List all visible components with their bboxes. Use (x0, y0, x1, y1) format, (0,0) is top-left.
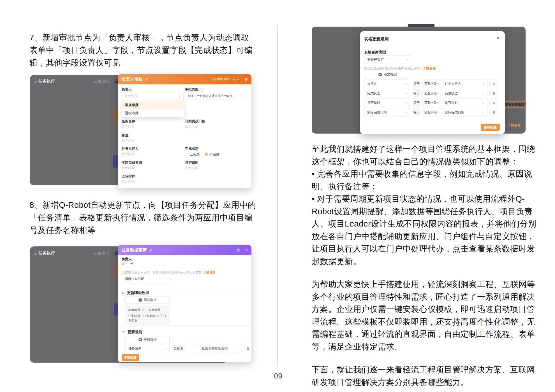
delete-rule-button[interactable] (489, 99, 498, 107)
paragraph: 下面，就让我们逐一来看轻流工程项目管理解决方案、互联网研发项目管理解决方案分别具… (312, 363, 536, 388)
node-type-select[interactable]: 节点类型 审批节点 ∨ (211, 77, 239, 81)
back-chevron-icon: ‹ (34, 251, 36, 255)
update-config-button[interactable]: 更新配置 (481, 124, 500, 131)
back-label: 任务执行 (38, 251, 55, 256)
match-value-select[interactable]: 完成状态∨ (442, 89, 487, 97)
edit-icon[interactable] (149, 248, 152, 252)
node-type-label: 节点类型 (211, 77, 223, 81)
chevron-down-icon: ∨ (482, 92, 484, 95)
learn-more-link[interactable]: 了解更多 (423, 66, 436, 70)
swap-icon[interactable]: ⇄ (122, 261, 125, 266)
delete-node-icon[interactable] (237, 248, 240, 252)
operator-chip: 等于 (413, 89, 420, 97)
filter-condition-1: 项目编号等于项目编号 (128, 308, 167, 312)
learn-more-link[interactable]: 了解更多 (507, 123, 521, 127)
owner-dropdown-menu: 常规审批 逐级审批 (122, 101, 184, 117)
match-mode-select[interactable]: 匹配字段∨ (422, 108, 441, 116)
add-rule-button[interactable]: + 添加规则 (125, 336, 170, 343)
match-mode-select[interactable]: 匹配字段∨ (422, 89, 441, 97)
learn-more-link[interactable]: 了解更多 (203, 270, 216, 274)
chevron-down-icon: ∨ (405, 82, 407, 85)
rule-field-select[interactable]: 是否超时∨ (364, 99, 410, 107)
rule-field-select[interactable]: 任务清单 ∨ (125, 345, 170, 352)
field-overtime-label: 是否超时 (185, 160, 198, 165)
edit-icon[interactable] (145, 78, 148, 81)
close-icon[interactable]: × (496, 35, 499, 41)
chevron-down-icon: ∨ (405, 101, 407, 104)
field-plan-date-value: 暂无内容 (185, 125, 198, 129)
owner-select-value: 常规审批 (125, 94, 138, 98)
operator-chip: 等于 (413, 99, 420, 107)
field-executor-value: 暂无内容 (122, 152, 135, 156)
match-mode-select[interactable]: 匹配字段∨ (422, 99, 441, 107)
delete-rule-button[interactable] (489, 89, 498, 97)
bullet-item: • 完善各应用中需要收集的信息字段，例如完成情况、原因说明、执行备注等； (312, 168, 536, 193)
match-value-select[interactable]: 实际完成日期∨ (442, 108, 487, 116)
chevron-down-icon: ∨ (165, 347, 166, 350)
update-config-button[interactable]: 更新配置 (122, 354, 139, 361)
delete-rule-button[interactable] (489, 80, 498, 88)
field-actual-date-label: 实际完成日期 (122, 160, 142, 165)
operator-chip: 等于 (413, 80, 420, 88)
back-button[interactable]: ‹ 任务执行 (34, 251, 55, 256)
right-column-text: 至此我们就搭建好了这样一个项目管理系统的基本框架，围绕这个框架，你也可以结合自己… (312, 143, 536, 388)
rule-field-select[interactable]: 完成状态∨ (364, 89, 410, 97)
delete-rule-button[interactable] (244, 345, 252, 352)
owner-label: 负责人 (122, 257, 132, 262)
menu-item-level-approval[interactable]: 逐级审批 (122, 109, 184, 117)
field-task-name-label: 任务名称 (122, 119, 135, 124)
chevron-down-icon: ∨ (437, 92, 439, 95)
screenshot-table-update-rules: 表格更新规则 数据了解更多 表格更新规则 × 表格更新类型 更新已有行 ∨ 根据… (312, 24, 527, 137)
tab-form-design[interactable]: 表单设计 (93, 251, 110, 256)
node-helper-text: 当数据到达该节点时，将自动更新所选目标应用内已有数据了解更多 (122, 270, 216, 274)
delete-node-icon[interactable] (244, 78, 248, 81)
filter-conditions-box: 项目编号等于项目编号 任务清单 · 任务名称等于任务名称 (125, 305, 170, 325)
back-button[interactable]: ‹ 任务执行 (34, 79, 55, 84)
plus-icon: + (138, 338, 142, 341)
filter-data-button[interactable]: + 筛选数据 (125, 297, 170, 304)
approve-type-select[interactable]: 或签（一名负责人通过或拒绝即可） ∨ (185, 92, 247, 100)
match-value-select[interactable]: 是否超时∨ (442, 99, 487, 107)
document-page: 09 7、新增审批节点为「负责人审核」，节点负责人为动态调取表单中「项目负责人」… (0, 0, 555, 392)
flow-node-pill-indigo (113, 155, 118, 168)
chevron-down-icon: ∨ (482, 82, 484, 85)
chevron-down-icon: ∨ (437, 82, 439, 85)
match-value-select[interactable]: 任务执行人∨ (442, 80, 487, 88)
tab-form-design[interactable]: 表单设计 (93, 79, 110, 84)
paragraph: 为帮助大家更快上手搭建使用，轻流深刻洞察工程、互联网等多个行业的项目管理特性和需… (312, 278, 536, 353)
field-overtime-value: 暂无内容 (185, 166, 198, 170)
radio-undone[interactable] (205, 153, 208, 156)
field-upload-label: 上传附件 (122, 174, 135, 179)
match-mode-select[interactable]: 匹配字段∨ (422, 80, 441, 88)
rule-field-select[interactable]: 实际完成日期∨ (364, 108, 410, 116)
rule-field-select[interactable]: 执行人∨ (364, 80, 410, 88)
plus-icon: + (138, 298, 142, 302)
owner-label: 负责人 (122, 87, 132, 92)
paragraph: 至此我们就搭建好了这样一个项目管理系统的基本框架，围绕这个框架，你也可以结合自己… (312, 143, 536, 168)
chevron-down-icon: ∨ (242, 95, 244, 98)
plus-icon: + (378, 73, 382, 76)
add-rule-button[interactable]: + 添加规则 (364, 71, 411, 78)
configure-table-update-rule-button[interactable]: 配置表格更新规则 (187, 345, 242, 352)
close-icon[interactable]: × (246, 248, 248, 252)
tab-clipped: 流 (115, 251, 118, 256)
field-remark-label: 备注 (122, 133, 128, 138)
screenshot-data-update-node: ‹ 任务执行 表单设计 流 任务数据更新 × 负责人 (30, 245, 254, 365)
update-type-select[interactable]: 更新已有行 ∨ (364, 55, 411, 64)
chevron-down-icon: ∨ (437, 101, 439, 104)
radio-done[interactable] (185, 153, 188, 156)
approve-type-label: 审批类型? (185, 87, 204, 92)
bullet-item: • 对于需要周期更新项目状态的情况，也可以使用流程外Q-Robot设置周期提醒、… (312, 193, 536, 267)
highlighted-table-update-rule-chip[interactable]: 表格更新规则 (503, 101, 526, 108)
section-divider (118, 326, 251, 326)
refresh-icon: ↻ (122, 291, 125, 295)
chevron-down-icon: ∨ (169, 277, 171, 281)
target-app-select[interactable]: 项目任务分配 ∨ (122, 275, 174, 283)
owner-select[interactable]: 常规审批 ∨ (122, 92, 184, 100)
rule-update-to-label: 更新为 (172, 345, 185, 352)
delete-rule-button[interactable] (489, 108, 498, 116)
menu-item-regular-approval[interactable]: 常规审批 (122, 101, 184, 109)
data-update-dialog: 任务数据更新 × 负责人 ⇄ 当数据到达该节点时，将自动更新所选目标应用内已 (118, 245, 251, 362)
send-icon[interactable] (130, 262, 133, 266)
status-radio-group: 已完成 未完成 (185, 151, 223, 157)
